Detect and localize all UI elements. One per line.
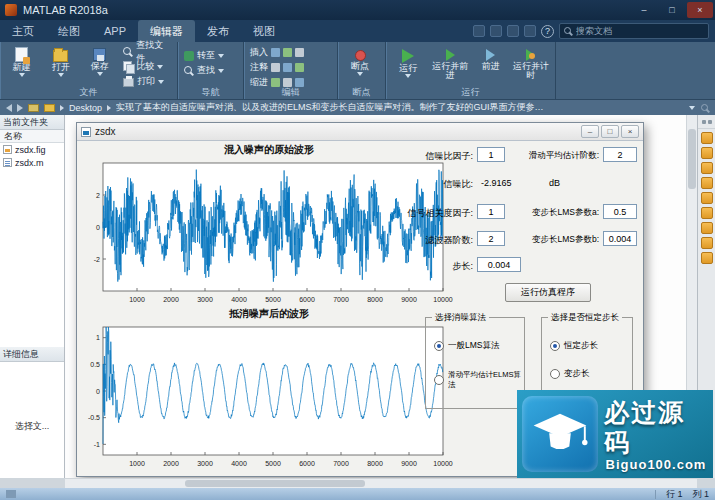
svg-text:7000: 7000 <box>333 296 349 303</box>
snr-factor-input[interactable] <box>477 147 505 162</box>
dock-item-icon[interactable] <box>701 237 713 249</box>
corr-factor-input[interactable] <box>477 204 505 219</box>
denoised-signal-plot: 1000200030004000500060007000800090001000… <box>79 321 459 471</box>
tab-home[interactable]: 主页 <box>0 20 46 42</box>
file-row-zsdx-m[interactable]: zsdx.m <box>0 156 64 169</box>
dock-close-icon[interactable] <box>708 120 712 124</box>
run-and-advance-button[interactable]: 运行并前进 <box>430 45 470 87</box>
search-icon <box>564 27 572 35</box>
chevron-down-icon <box>218 54 224 58</box>
svg-text:5000: 5000 <box>265 296 281 303</box>
tab-view[interactable]: 视图 <box>241 20 287 42</box>
dock-item-icon[interactable] <box>701 252 713 264</box>
figure-close-button[interactable]: × <box>621 125 639 138</box>
radio-elms[interactable]: 滑动平均估计ELMS算法 <box>434 370 524 390</box>
svg-text:10000: 10000 <box>433 460 453 467</box>
minimize-button[interactable]: – <box>631 2 657 18</box>
title-bar: MATLAB R2018a – □ × <box>0 0 715 20</box>
breakpoint-icon <box>355 50 366 61</box>
find-files-button[interactable]: 查找文件 <box>121 45 173 58</box>
find-icon <box>184 66 194 76</box>
dock-item-icon[interactable] <box>701 222 713 234</box>
breadcrumb-separator-icon <box>60 105 64 111</box>
comment-button[interactable]: 注释 <box>248 61 306 74</box>
run-button[interactable]: 运行 <box>390 45 426 87</box>
forward-icon[interactable] <box>17 104 23 112</box>
breadcrumb-item-desktop[interactable]: Desktop <box>69 103 102 113</box>
figure-title-bar[interactable]: zsdx – □ × <box>77 123 643 141</box>
svg-text:8000: 8000 <box>367 296 383 303</box>
svg-text:10000: 10000 <box>433 296 453 303</box>
radio-general-lms[interactable]: 一般LMS算法 <box>434 340 499 352</box>
run-and-time-button[interactable]: 运行并计时 <box>511 45 551 87</box>
svg-text:6000: 6000 <box>299 460 315 467</box>
new-button[interactable]: 新建 <box>4 45 39 87</box>
search-folder-icon[interactable] <box>701 104 709 112</box>
open-folder-icon <box>53 50 68 62</box>
dock-menu-icon[interactable] <box>702 120 706 124</box>
goto-icon <box>184 51 194 61</box>
filter-order-label: 滤波器阶数: <box>387 234 473 247</box>
breakpoints-button[interactable]: 断点 <box>342 45 378 87</box>
dock-item-icon[interactable] <box>701 162 713 174</box>
step-input[interactable] <box>477 257 521 272</box>
layout-grid-icon[interactable] <box>6 490 16 498</box>
run-simulation-button[interactable]: 运行仿真程序 <box>505 283 591 302</box>
dock-item-icon[interactable] <box>701 192 713 204</box>
compare-button[interactable]: 比较 <box>121 60 173 73</box>
svg-text:2000: 2000 <box>163 460 179 467</box>
svg-text:3000: 3000 <box>197 460 213 467</box>
filter-order-input[interactable] <box>477 231 505 246</box>
run-advance-icon <box>446 49 455 61</box>
quick-access-undo-icon[interactable] <box>524 25 536 37</box>
dock-item-icon[interactable] <box>701 147 713 159</box>
file-row-zsdx-fig[interactable]: zsdx.fig <box>0 143 64 156</box>
quick-access-save-icon[interactable] <box>473 25 485 37</box>
compare-icon <box>123 61 133 72</box>
breadcrumb-item-folder[interactable]: 实现了基本的自适应噪声对消、以及改进的ELMS和变步长自适应噪声对消。制作了友好… <box>116 101 546 114</box>
back-icon[interactable] <box>6 104 12 112</box>
advance-button[interactable]: 前进 <box>474 45 506 87</box>
figure-maximize-button[interactable]: □ <box>601 125 619 138</box>
quick-access-copy-icon[interactable] <box>507 25 519 37</box>
dock-item-icon[interactable] <box>701 132 713 144</box>
svg-text:4000: 4000 <box>231 296 247 303</box>
figure-title: zsdx <box>95 126 116 137</box>
chevron-down-icon[interactable] <box>689 106 695 110</box>
step-type-panel-title: 选择是否恒定步长 <box>548 312 622 324</box>
maximize-button[interactable]: □ <box>659 2 685 18</box>
insert-button[interactable]: 插入 <box>248 46 306 59</box>
radio-variable-step[interactable]: 变步长 <box>550 368 590 380</box>
scrollbar-thumb[interactable] <box>185 480 365 487</box>
lms-a-input[interactable] <box>603 204 637 219</box>
save-button[interactable]: 保存 <box>82 45 117 87</box>
scrollbar-thumb[interactable] <box>688 129 696 189</box>
window-title: MATLAB R2018a <box>23 4 108 16</box>
radio-fixed-step[interactable]: 恒定步长 <box>550 340 598 352</box>
editor-horizontal-scrollbar[interactable] <box>65 478 697 488</box>
up-folder-icon[interactable] <box>28 104 39 112</box>
figure-minimize-button[interactable]: – <box>581 125 599 138</box>
dock-item-icon[interactable] <box>701 177 713 189</box>
ma-order-input[interactable] <box>603 147 637 162</box>
doc-search-input[interactable] <box>576 26 704 36</box>
ma-order-label: 滑动平均估计阶数: <box>507 150 599 162</box>
find-button[interactable]: 查找 <box>182 64 226 77</box>
lms-a-label: 变步长LMS参数a: <box>507 207 599 219</box>
figure-icon <box>81 127 91 137</box>
tab-publish[interactable]: 发布 <box>195 20 241 42</box>
open-button[interactable]: 打开 <box>43 45 78 87</box>
svg-text:1000: 1000 <box>129 296 145 303</box>
goto-button[interactable]: 转至 <box>182 49 226 62</box>
close-button[interactable]: × <box>687 2 713 18</box>
tab-apps[interactable]: APP <box>92 20 138 42</box>
svg-text:7000: 7000 <box>333 460 349 467</box>
insert-function-icon <box>283 48 292 57</box>
lms-b-input[interactable] <box>603 231 637 246</box>
name-column-header[interactable]: 名称 <box>0 130 64 143</box>
algo-panel-title: 选择消噪算法 <box>432 312 489 324</box>
dock-item-icon[interactable] <box>701 207 713 219</box>
help-icon[interactable]: ? <box>541 25 554 38</box>
quick-access-cut-icon[interactable] <box>490 25 502 37</box>
tab-plots[interactable]: 绘图 <box>46 20 92 42</box>
